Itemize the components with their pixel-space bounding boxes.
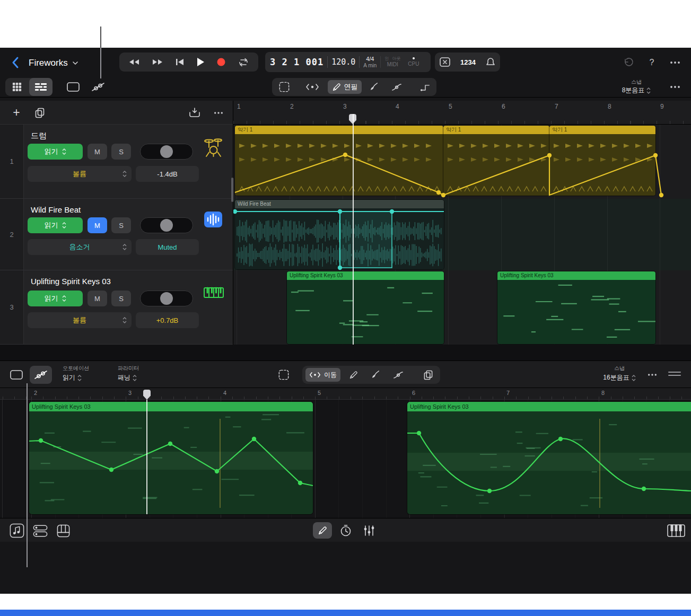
track-enable-toggle[interactable]	[140, 291, 193, 306]
automation-param-dropdown[interactable]: 볼륨	[28, 166, 132, 182]
editor-region-1[interactable]: Uplifting Spirit Keys 03	[29, 402, 313, 514]
toolbar-more-button[interactable]	[667, 80, 683, 94]
help-button[interactable]: ?	[645, 56, 659, 69]
region-inst1-a[interactable]: 악기 1	[235, 126, 443, 196]
editor-copy-tool-button[interactable]	[420, 368, 436, 382]
timeline-ruler[interactable]: 1 2 3 4 5 6 7 8 9	[233, 101, 691, 125]
grid-icon	[12, 82, 22, 92]
editor-curve-tool-button[interactable]	[390, 368, 406, 381]
audio-waveform-icon[interactable]	[204, 212, 222, 227]
track-name[interactable]: Uplifting Spirit Keys 03	[31, 277, 111, 286]
step-tool-button[interactable]	[417, 81, 433, 93]
automation-mode-button[interactable]: 읽기	[28, 217, 83, 233]
go-to-beginning-button[interactable]	[175, 58, 185, 66]
lcd-divider	[327, 56, 328, 68]
snap-control[interactable]: 스냅 8분음표	[610, 78, 663, 95]
count-in-button[interactable]: 1234	[460, 58, 476, 66]
input-device-button[interactable]	[55, 523, 71, 539]
track-name[interactable]: Wild Fire Beat	[31, 205, 81, 214]
automation-show-button[interactable]	[89, 79, 108, 95]
region-keys-a[interactable]: Uplifting Spirit Keys 03	[287, 271, 444, 344]
more-options-button[interactable]	[667, 56, 683, 69]
editor-resize-handle[interactable]	[668, 372, 681, 376]
editor-more-button[interactable]	[645, 368, 660, 381]
mute-button[interactable]: M	[88, 144, 107, 160]
metronome-button[interactable]	[486, 57, 495, 67]
grid-view-button[interactable]	[5, 78, 29, 96]
regions-display-button[interactable]	[64, 79, 82, 95]
move-tool-button[interactable]	[303, 81, 322, 93]
project-title-menu[interactable]: Fireworks	[29, 56, 78, 70]
editor-pencil-tool-button[interactable]	[346, 368, 361, 381]
track-name[interactable]: 드럼	[31, 131, 47, 141]
show-keyboard-button[interactable]	[666, 523, 686, 538]
editor-region-view-button[interactable]	[8, 367, 24, 383]
mute-button[interactable]: M	[88, 291, 107, 306]
automation-param-dropdown[interactable]: 볼륨	[28, 312, 132, 328]
add-track-button[interactable]: +	[10, 105, 23, 120]
undo-button[interactable]	[622, 56, 635, 69]
marquee-tool-button[interactable]	[276, 81, 292, 93]
browser-button[interactable]	[8, 522, 25, 539]
solo-button[interactable]: S	[111, 291, 131, 306]
play-button[interactable]	[196, 57, 205, 67]
editor-brush-tool-button[interactable]	[368, 368, 383, 381]
automation-param-dropdown[interactable]: 음소거	[28, 239, 132, 255]
solo-button[interactable]: S	[111, 217, 131, 233]
move-tool-label: 이동	[324, 371, 337, 380]
tracks-view-button[interactable]	[29, 78, 53, 96]
pan-automation-curve[interactable]	[29, 411, 313, 514]
record-button[interactable]	[216, 57, 226, 67]
track-row-drums[interactable]: 1 드럼 읽기 M S 볼륨 -1.4dB	[0, 125, 233, 199]
pencil-tool-button[interactable]: 연필	[328, 80, 362, 94]
mixer-button[interactable]	[362, 523, 377, 538]
keyboard-instrument-icon[interactable]	[203, 284, 225, 301]
automation-value-box[interactable]: +0.7dB	[136, 312, 199, 328]
brush-tool-button[interactable]	[366, 81, 381, 93]
lcd-display[interactable]: 3 2 1 001 120.0 4/4 A min 인 아웃 MIDI	[265, 52, 431, 72]
editor-region-2[interactable]: Uplifting Spirit Keys 03	[407, 402, 691, 514]
region-keys-b[interactable]: Uplifting Spirit Keys 03	[497, 271, 655, 344]
editor-ruler[interactable]: 2 3 4 5 6 7 8	[0, 388, 691, 400]
pan-automation-curve[interactable]	[407, 411, 691, 514]
region-inst1-b[interactable]: 악기 1	[443, 126, 549, 196]
draw-mode-button[interactable]	[313, 522, 332, 539]
region-inst1-c[interactable]: 악기 1	[549, 126, 655, 196]
duplicate-track-button[interactable]	[33, 106, 47, 120]
playhead-line[interactable]	[353, 114, 354, 345]
mute-button-active[interactable]: M	[88, 217, 107, 233]
rewind-button[interactable]	[128, 58, 140, 66]
cycle-button[interactable]	[238, 58, 249, 67]
automation-mode-button[interactable]: 읽기	[28, 144, 83, 160]
curve-tool-button[interactable]	[389, 81, 405, 93]
parameter-select[interactable]: 파라미터 패닝	[118, 365, 139, 382]
automation-mode-button[interactable]: 읽기	[28, 291, 83, 306]
editor-marquee-tool-button[interactable]	[276, 367, 292, 383]
solo-button[interactable]: S	[111, 144, 131, 160]
import-region-button[interactable]	[187, 105, 202, 120]
updown-chevrons-icon	[646, 87, 651, 94]
back-button[interactable]	[8, 54, 22, 71]
automation-mode-select[interactable]: 오토메이션 읽기	[63, 365, 89, 382]
track-enable-toggle[interactable]	[140, 217, 193, 233]
track-enable-toggle[interactable]	[140, 144, 193, 160]
region-header: Uplifting Spirit Keys 03	[497, 271, 655, 280]
forward-button[interactable]	[152, 58, 163, 66]
drum-kit-icon[interactable]	[202, 136, 225, 159]
automation-value-box[interactable]: Muted	[136, 239, 199, 255]
automation-value-box[interactable]: -1.4dB	[136, 166, 199, 182]
editor-snap-control[interactable]: 스냅 16분음표	[593, 365, 646, 382]
track-row-wild-fire-beat[interactable]: 2 Wild Fire Beat 읽기 M S 음소거 Muted	[0, 199, 233, 270]
loops-button[interactable]	[32, 523, 49, 538]
quantize-button[interactable]	[338, 523, 353, 538]
toggle-knob	[160, 292, 173, 305]
erase-take-button[interactable]	[440, 57, 450, 67]
region-header: 악기 1	[235, 126, 443, 134]
editor-move-tool-button[interactable]: 이동	[305, 368, 340, 382]
region-wild-fire-beat[interactable]: Wild Fire Beat	[235, 200, 444, 269]
editor-playhead-handle[interactable]	[143, 390, 151, 400]
editor-automation-view-button[interactable]	[30, 366, 52, 384]
track-header-more-button[interactable]	[211, 107, 226, 119]
editor-playhead-line[interactable]	[146, 400, 147, 514]
track-row-uplifting-keys[interactable]: 3 Uplifting Spirit Keys 03 읽기 M S 볼륨 +0.…	[0, 270, 233, 345]
